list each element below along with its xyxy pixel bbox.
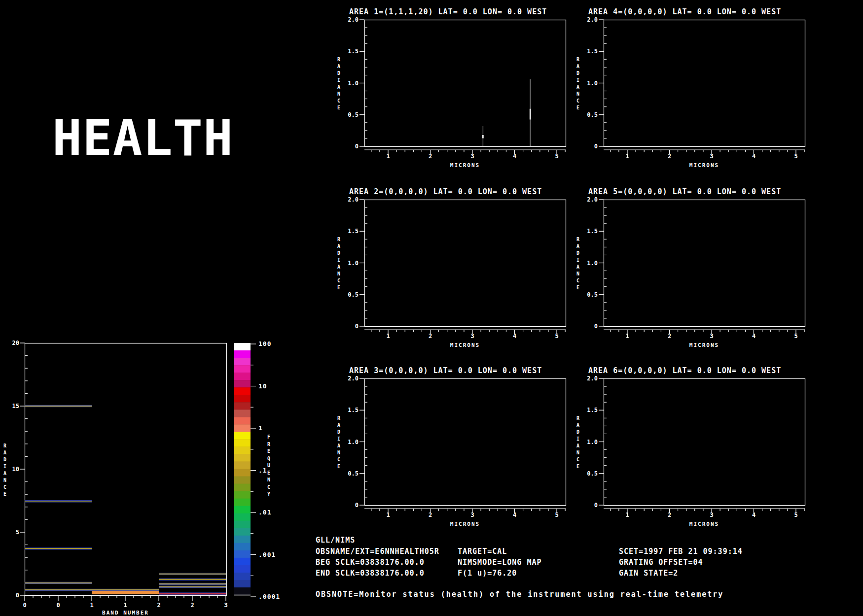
y-axis-label: E [576, 105, 579, 110]
band-histogram-panel: 051015200011223BAND NUMBERRADIANCE [3, 340, 228, 616]
trace-edge [25, 582, 92, 582]
colorbar-block [234, 446, 251, 454]
colorbar-block [234, 454, 251, 462]
colorbar-block [234, 461, 251, 469]
colorbar-block [234, 484, 251, 492]
area-4-title: AREA 4=(0,0,0,0) LAT= 0.0 LON= 0.0 WEST [588, 7, 781, 16]
x-tick-label: 2 [429, 153, 432, 160]
y-axis-label: A [337, 64, 340, 69]
x-tick-label: 2 [668, 333, 671, 340]
x-tick-label: 4 [752, 333, 755, 340]
colorbar-block [234, 380, 251, 388]
trace-edge [159, 587, 226, 588]
y-axis-label: A [337, 422, 340, 428]
colorbar-block [234, 528, 251, 536]
y-axis-label: E [337, 285, 340, 290]
y-axis-label: C [337, 457, 340, 462]
nims-health-display: HEALTH AREA 1=(1,1,1,20) LAT= 0.0 LON= 0… [0, 0, 863, 616]
y-tick-label: 1.0 [587, 80, 598, 87]
x-tick-label: 5 [555, 153, 558, 160]
y-tick-label: 0.5 [587, 111, 598, 118]
y-axis-label: A [576, 64, 579, 69]
y-axis-label: N [337, 271, 340, 276]
y-axis-label: A [576, 443, 579, 448]
colorbar-block [234, 417, 251, 425]
y-tick-label: 0 [355, 502, 359, 509]
y-axis-label: I [337, 77, 340, 83]
y-tick-label: 1.5 [348, 48, 359, 55]
x-tick-label: 4 [752, 512, 755, 518]
colorbar-block [234, 439, 251, 447]
x-tick-label: 1 [90, 602, 93, 609]
colorbar-block [234, 521, 251, 529]
x-axis-label: MICRONS [689, 521, 719, 527]
colorbar-block [234, 402, 251, 410]
y-tick-label: 20 [12, 340, 19, 346]
y-tick-label: 0 [594, 323, 598, 330]
y-axis-label: D [3, 457, 6, 462]
trace-line [25, 501, 92, 501]
y-tick-label: 0.5 [587, 470, 598, 477]
trace-edge [159, 580, 226, 581]
colorbar-block [234, 550, 251, 558]
y-axis-label: I [576, 436, 579, 442]
x-tick-label: 5 [794, 333, 797, 340]
y-axis-label: I [3, 464, 6, 469]
x-tick-label: 0 [23, 602, 26, 609]
colorbar-block [234, 373, 251, 380]
colorbar-tick-label: .0001 [258, 593, 280, 600]
mission-id-label: GLL/NIMS [316, 536, 355, 545]
colorbar-block [234, 580, 251, 588]
x-tick-label: 1 [386, 512, 390, 518]
colorbar-axis-label: N [267, 477, 270, 482]
colorbar-block [234, 410, 251, 417]
x-tick-label: 3 [470, 153, 474, 160]
x-tick-label: 2 [190, 602, 194, 609]
y-tick-label: 2.0 [587, 375, 598, 382]
x-tick-label: 1 [386, 333, 390, 340]
area-1-title: AREA 1=(1,1,1,20) LAT= 0.0 LON= 0.0 WEST [349, 7, 547, 16]
colorbar-block [234, 513, 251, 521]
plot-frame [365, 200, 566, 327]
y-axis-label: R [3, 443, 7, 448]
y-axis-label: C [576, 278, 579, 283]
y-tick-label: 0 [16, 592, 19, 599]
nimsmode-label: NIMSMODE=LONG MAP [458, 558, 542, 567]
colorbar-tick-label: .001 [258, 551, 276, 558]
x-axis-label: MICRONS [450, 521, 480, 527]
y-tick-label: 1.0 [348, 80, 359, 87]
obsnote-label: OBSNOTE=Monitor status (health) of the i… [316, 590, 723, 599]
colorbar-block [234, 565, 251, 573]
grating-offset-label: GRATING OFFSET=04 [619, 558, 703, 567]
trace-edge [159, 579, 226, 579]
y-axis-label: I [576, 77, 579, 83]
y-axis-label: A [576, 422, 579, 428]
y-tick-label: 2.0 [587, 16, 598, 23]
trace-edge [25, 589, 159, 589]
colorbar-block [234, 491, 251, 499]
colorbar-block [234, 469, 251, 477]
trace-line [159, 586, 226, 587]
y-axis-label: A [576, 264, 579, 270]
histogram-bar [92, 590, 159, 594]
trace-line [159, 583, 226, 584]
area-6-panel: AREA 6=(0,0,0,0) LAT= 0.0 LON= 0.0 WEST0… [576, 366, 805, 527]
y-axis-label: A [576, 84, 579, 90]
y-axis-label: E [576, 464, 579, 469]
y-axis-label: C [3, 484, 6, 490]
y-axis-label: C [576, 457, 579, 462]
x-tick-label: 3 [710, 153, 713, 160]
y-axis-label: R [337, 57, 341, 62]
y-tick-label: 0 [594, 143, 598, 150]
colorbar-axis-label: U [267, 463, 270, 468]
trace-edge [25, 590, 159, 591]
colorbar-axis-label: E [267, 448, 270, 454]
y-tick-label: 2.0 [587, 196, 598, 203]
y-tick-label: 1.0 [587, 439, 598, 445]
colorbar-block [234, 343, 251, 351]
x-tick-label: 0 [56, 602, 60, 609]
x-tick-label: 3 [224, 602, 227, 609]
y-axis-label: R [576, 57, 580, 62]
y-tick-label: 2.0 [348, 375, 359, 382]
trace-edge [25, 407, 92, 407]
